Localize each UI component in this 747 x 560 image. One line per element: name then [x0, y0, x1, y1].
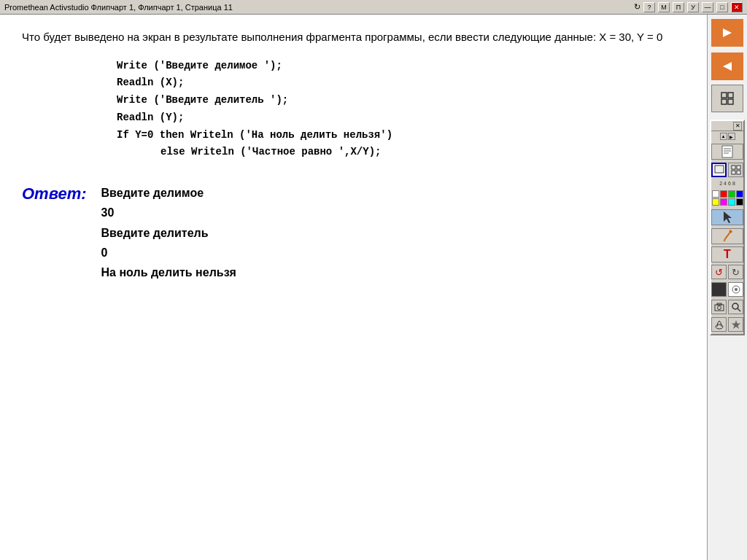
page-tool[interactable] — [711, 144, 743, 160]
svg-marker-15 — [724, 211, 732, 223]
next-page-button[interactable] — [711, 19, 743, 47]
question-text: Что будет выведено на экран в результате… — [22, 29, 685, 46]
size-4[interactable]: 4 — [724, 181, 727, 186]
text-tool[interactable]: T — [711, 246, 743, 262]
svg-point-22 — [717, 306, 721, 310]
rotate-left-button[interactable]: ↺ — [711, 265, 727, 279]
svg-point-20 — [735, 288, 738, 291]
close-button[interactable]: ✕ — [731, 2, 743, 12]
code-line-2: Readln (X); — [117, 74, 685, 92]
svg-rect-13 — [732, 171, 735, 174]
help-button[interactable]: ? — [643, 2, 655, 12]
u-button[interactable]: У — [687, 2, 699, 12]
view-tools — [711, 163, 743, 177]
pointer-tool[interactable] — [711, 209, 743, 225]
color-black[interactable] — [736, 198, 743, 206]
color-blue[interactable] — [736, 190, 743, 198]
svg-rect-11 — [732, 166, 735, 169]
size-8[interactable]: 8 — [732, 181, 735, 186]
view-normal-button[interactable] — [711, 163, 727, 177]
svg-marker-0 — [723, 28, 732, 37]
scroll-up[interactable]: ▲ — [720, 133, 727, 140]
code-line-1: Write ('Введите делимое '); — [117, 58, 685, 75]
svg-rect-12 — [737, 166, 740, 169]
svg-marker-17 — [723, 240, 726, 241]
size-2[interactable]: 2 — [719, 181, 722, 186]
answer-section: Ответ: Введите делимое 30 Введите делите… — [22, 183, 685, 282]
color-palette — [712, 190, 743, 206]
toolbox-titlebar: ✕ — [711, 121, 743, 131]
rotate-right-button[interactable]: ↻ — [728, 265, 743, 279]
color-green[interactable] — [728, 190, 735, 198]
toolbox-content: ▲ ▶ — [711, 131, 743, 334]
minimize-button[interactable]: — — [702, 2, 713, 12]
answer-line-1: Введите делимое — [101, 183, 236, 203]
pen-tool[interactable] — [711, 228, 743, 244]
misc-tools-1 — [711, 300, 743, 314]
main-area: Что будет выведено на экран в результате… — [0, 15, 747, 560]
svg-rect-23 — [717, 303, 721, 305]
grid-view-button[interactable] — [711, 85, 743, 112]
maximize-button[interactable]: □ — [716, 2, 728, 12]
star-tool[interactable] — [728, 317, 743, 332]
code-line-3: Write ('Введите делитель '); — [117, 92, 685, 109]
svg-marker-1 — [723, 62, 732, 71]
svg-line-25 — [738, 308, 740, 311]
answer-line-3: Введите делитель — [101, 223, 236, 243]
code-line-5: If Y=0 then Writeln ('На ноль делить нел… — [117, 127, 685, 144]
view-grid-button[interactable] — [728, 163, 743, 177]
content-area: Что будет выведено на экран в результате… — [0, 15, 707, 560]
svg-rect-6 — [722, 146, 732, 158]
m-button[interactable]: М — [658, 2, 670, 12]
answer-content: Введите делимое 30 Введите делитель 0 На… — [101, 183, 236, 282]
answer-line-5: На ноль делить нельзя — [101, 262, 236, 282]
code-line-4: Readln (Y); — [117, 109, 685, 127]
right-panel: ✕ ▲ ▶ — [707, 15, 747, 560]
svg-rect-2 — [721, 93, 727, 98]
color-magenta[interactable] — [720, 198, 727, 206]
code-block: Write ('Введите делимое '); Readln (X); … — [117, 58, 685, 162]
code-line-6: else Writeln ('Частное равно ',X/Y); — [160, 144, 685, 161]
rotate-tools: ↺ ↻ — [711, 265, 743, 279]
toolbox-panel: ✕ ▲ ▶ — [710, 120, 745, 335]
drag-tool[interactable] — [711, 317, 727, 332]
search-tool[interactable] — [728, 300, 743, 314]
color-yellow[interactable] — [712, 198, 719, 206]
misc-tools-2 — [711, 317, 743, 332]
answer-line-4: 0 — [101, 243, 236, 262]
color-tools — [711, 282, 743, 297]
svg-rect-3 — [728, 93, 733, 98]
svg-marker-27 — [732, 320, 740, 329]
titlebar-controls[interactable]: ↻ ? М П У — □ ✕ — [634, 2, 743, 12]
scroll-right[interactable]: ▶ — [728, 133, 735, 140]
black-tool[interactable] — [711, 282, 727, 297]
prev-page-button[interactable] — [711, 52, 743, 80]
size-selector: 2 4 6 8 — [719, 181, 735, 186]
eraser-tool[interactable] — [728, 282, 743, 297]
svg-rect-14 — [737, 171, 740, 174]
size-6[interactable]: 6 — [728, 181, 731, 186]
camera-tool[interactable] — [711, 300, 727, 314]
titlebar: Promethean Activstudio Флипчарт 1, Флипч… — [0, 0, 747, 15]
svg-line-16 — [724, 231, 731, 240]
toolbox-close-button[interactable]: ✕ — [733, 122, 742, 131]
p-button[interactable]: П — [673, 2, 684, 12]
color-red[interactable] — [720, 190, 727, 198]
svg-rect-5 — [728, 99, 733, 104]
scroll-controls: ▲ ▶ — [720, 133, 735, 140]
svg-rect-4 — [721, 99, 727, 104]
svg-rect-10 — [715, 166, 724, 173]
color-cyan[interactable] — [728, 198, 735, 206]
color-white[interactable] — [712, 190, 719, 198]
titlebar-title: Promethean Activstudio Флипчарт 1, Флипч… — [4, 3, 233, 12]
answer-line-2: 30 — [101, 203, 236, 222]
back-icon[interactable]: ↻ — [634, 2, 640, 12]
answer-label: Ответ: — [22, 184, 87, 282]
svg-point-24 — [732, 303, 738, 309]
